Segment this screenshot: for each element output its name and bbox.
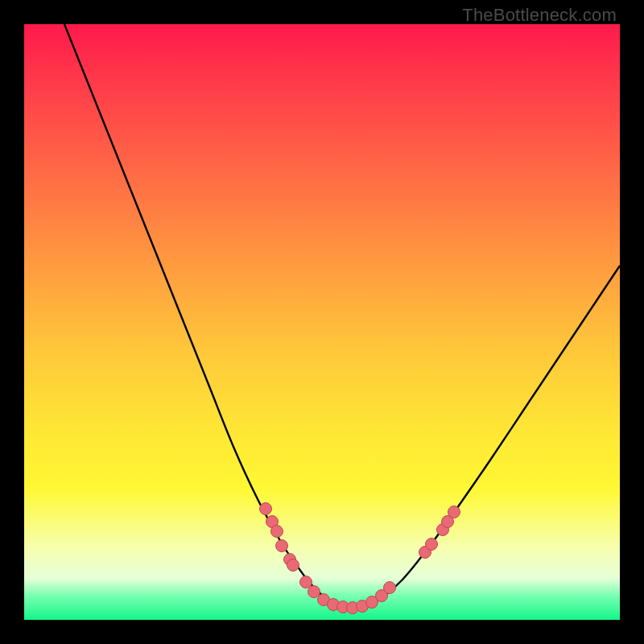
marker-dot [271,526,283,538]
marker-dots-group [260,503,460,614]
marker-dot [276,540,288,552]
watermark-text: TheBottleneck.com [462,5,617,26]
bottleneck-curve-path [64,24,620,607]
bottleneck-chart [24,24,620,620]
marker-dot [384,582,396,594]
marker-dot [287,559,299,572]
marker-dot [300,576,312,588]
marker-dot [308,586,320,598]
marker-dot [260,503,272,515]
marker-dot [448,506,460,518]
marker-dot [426,539,438,551]
